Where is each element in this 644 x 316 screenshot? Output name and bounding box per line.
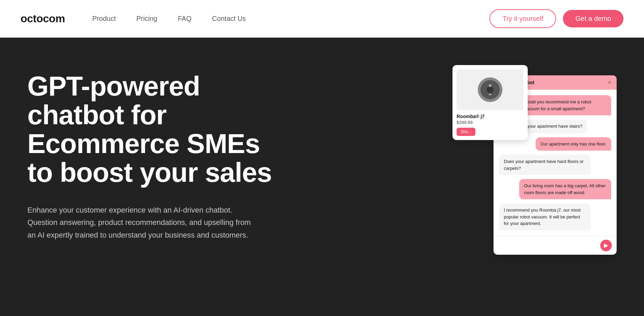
product-card: Roomba® j7 $399.99 Sho... <box>452 65 528 140</box>
chat-message-1: Could you recommend me a robot vacuum fo… <box>519 95 611 115</box>
chat-area: Roomba® j7 $399.99 Sho... Irobot store b… <box>452 65 617 140</box>
chat-message-3: Our apartment only has one floor. <box>536 137 611 151</box>
product-name: Roomba® j7 <box>457 114 524 119</box>
product-price: $399.99 <box>457 120 524 125</box>
svg-point-2 <box>487 86 494 93</box>
hero-section: GPT-powered chatbot for Ecommerce SMEs t… <box>0 38 644 316</box>
navbar: octocom Product Pricing FAQ Contact Us T… <box>0 0 644 38</box>
nav-link-faq[interactable]: FAQ <box>178 15 192 23</box>
demo-button[interactable]: Get a demo <box>563 10 623 27</box>
try-button[interactable]: Try it yourself <box>489 9 556 28</box>
product-image <box>457 69 524 110</box>
hero-content: GPT-powered chatbot for Ecommerce SMEs t… <box>27 72 287 262</box>
chat-input-area: ▶ <box>494 236 617 255</box>
product-image-svg <box>476 76 504 103</box>
hero-title: GPT-powered chatbot for Ecommerce SMEs t… <box>27 72 287 187</box>
nav-link-product[interactable]: Product <box>92 15 116 23</box>
send-icon: ▶ <box>604 242 608 249</box>
nav-link-contact[interactable]: Contact Us <box>212 15 246 23</box>
chat-message-5: Our living room has a big carpet. All ot… <box>519 179 611 199</box>
chat-send-button[interactable]: ▶ <box>600 240 612 251</box>
svg-point-3 <box>489 84 491 87</box>
chat-message-4: Does your apartment have hard floors or … <box>499 155 591 175</box>
nav-actions: Try it yourself Get a demo <box>489 9 623 28</box>
svg-rect-4 <box>489 94 491 95</box>
hero-subtitle: Enhance your customer experience with an… <box>27 204 260 241</box>
nav-link-pricing[interactable]: Pricing <box>136 15 157 23</box>
chat-message-6: I recommend you Roomba j7, our most popu… <box>499 203 591 230</box>
product-shop-button[interactable]: Sho... <box>457 128 475 136</box>
chat-close-button[interactable]: × <box>608 79 611 86</box>
logo[interactable]: octocom <box>21 12 65 25</box>
nav-links: Product Pricing FAQ Contact Us <box>92 15 489 23</box>
